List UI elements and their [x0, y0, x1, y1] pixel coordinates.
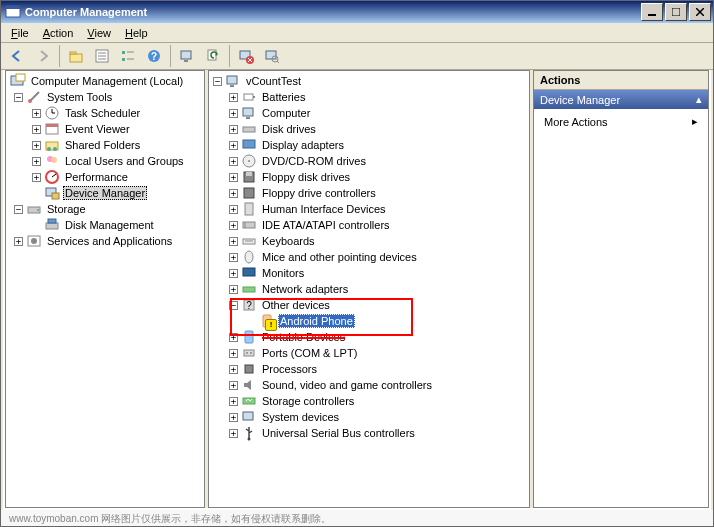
details-button[interactable]: [90, 44, 114, 68]
uninstall-button[interactable]: [234, 44, 258, 68]
expand-icon[interactable]: +: [229, 125, 238, 134]
collapse-icon[interactable]: −: [213, 77, 222, 86]
svg-rect-80: [243, 398, 255, 404]
expand-icon[interactable]: +: [14, 237, 23, 246]
device-node-ports[interactable]: +Ports (COM & LPT): [209, 345, 529, 361]
expand-icon[interactable]: +: [229, 205, 238, 214]
device-node-usb[interactable]: +Universal Serial Bus controllers: [209, 425, 529, 441]
device-node-monitors[interactable]: +Monitors: [209, 265, 529, 281]
expand-icon[interactable]: +: [229, 269, 238, 278]
device-node-storage_ctrl[interactable]: +Storage controllers: [209, 393, 529, 409]
expand-icon[interactable]: +: [229, 109, 238, 118]
node-disk-management[interactable]: Disk Management: [6, 217, 204, 233]
device-node-batteries[interactable]: +Batteries: [209, 89, 529, 105]
menu-help[interactable]: Help: [119, 25, 154, 41]
node-system-tools[interactable]: − System Tools: [6, 89, 204, 105]
expand-icon[interactable]: +: [229, 93, 238, 102]
expand-icon[interactable]: +: [229, 285, 238, 294]
more-actions[interactable]: More Actions ▸: [534, 109, 708, 134]
expand-icon[interactable]: +: [32, 173, 41, 182]
expand-icon[interactable]: +: [229, 381, 238, 390]
node-event-viewer[interactable]: + Event Viewer: [6, 121, 204, 137]
expand-icon[interactable]: +: [229, 173, 238, 182]
node-computer-management[interactable]: Computer Management (Local): [6, 73, 204, 89]
node-performance[interactable]: + Performance: [6, 169, 204, 185]
node-task-scheduler[interactable]: + Task Scheduler: [6, 105, 204, 121]
collapse-icon[interactable]: −: [14, 93, 23, 102]
title-bar: Computer Management: [1, 1, 713, 23]
device-node-floppy_disk[interactable]: +Floppy disk drives: [209, 169, 529, 185]
device-node-floppy_ctrl[interactable]: +Floppy drive controllers: [209, 185, 529, 201]
device-node-processors[interactable]: +Processors: [209, 361, 529, 377]
node-label: IDE ATA/ATAPI controllers: [260, 218, 392, 232]
expand-icon[interactable]: +: [229, 365, 238, 374]
maximize-button[interactable]: [665, 3, 687, 21]
device-node-disk_drives[interactable]: +Disk drives: [209, 121, 529, 137]
refresh-button[interactable]: [201, 44, 225, 68]
node-device-manager[interactable]: Device Manager: [6, 185, 204, 201]
expand-icon[interactable]: +: [229, 141, 238, 150]
device-node-ide[interactable]: +IDE ATA/ATAPI controllers: [209, 217, 529, 233]
device-node-other[interactable]: −?Other devices: [209, 297, 529, 313]
device-node-computer[interactable]: +Computer: [209, 105, 529, 121]
svg-point-40: [51, 157, 57, 163]
collapse-icon[interactable]: −: [229, 301, 238, 310]
device-node-android[interactable]: Android Phone: [209, 313, 529, 329]
node-label: Floppy disk drives: [260, 170, 352, 184]
expand-icon[interactable]: +: [229, 221, 238, 230]
svg-rect-7: [70, 52, 76, 54]
node-services-apps[interactable]: + Services and Applications: [6, 233, 204, 249]
tools-icon: [26, 89, 42, 105]
expand-icon[interactable]: +: [229, 413, 238, 422]
device-node-keyboards[interactable]: +Keyboards: [209, 233, 529, 249]
device-node-sound[interactable]: +Sound, video and game controllers: [209, 377, 529, 393]
expand-icon[interactable]: +: [32, 109, 41, 118]
device-node-hid[interactable]: +Human Interface Devices: [209, 201, 529, 217]
close-button[interactable]: [689, 3, 711, 21]
forward-button[interactable]: [31, 44, 55, 68]
node-storage[interactable]: − Storage: [6, 201, 204, 217]
menu-bar: File Action View Help: [1, 23, 713, 42]
processors-icon: [241, 361, 257, 377]
up-button[interactable]: [64, 44, 88, 68]
computer-icon[interactable]: [175, 44, 199, 68]
device-node-portable[interactable]: +Portable Devices: [209, 329, 529, 345]
back-button[interactable]: [5, 44, 29, 68]
menu-view[interactable]: View: [81, 25, 117, 41]
device-manager-icon: [44, 185, 60, 201]
device-node-network[interactable]: +Network adapters: [209, 281, 529, 297]
list-button[interactable]: [116, 44, 140, 68]
computer-mgmt-icon: [10, 73, 26, 89]
help-button[interactable]: ?: [142, 44, 166, 68]
device-node-system[interactable]: +System devices: [209, 409, 529, 425]
expand-icon[interactable]: +: [229, 349, 238, 358]
expand-icon[interactable]: +: [229, 157, 238, 166]
node-label: Event Viewer: [63, 122, 132, 136]
expand-icon[interactable]: +: [32, 157, 41, 166]
expand-icon[interactable]: +: [229, 333, 238, 342]
usb-icon: [241, 425, 257, 441]
node-label: Task Scheduler: [63, 106, 142, 120]
device-node-dvd[interactable]: +DVD/CD-ROM drives: [209, 153, 529, 169]
node-label: Keyboards: [260, 234, 317, 248]
sound-icon: [241, 377, 257, 393]
minimize-button[interactable]: [641, 3, 663, 21]
node-shared-folders[interactable]: + Shared Folders: [6, 137, 204, 153]
device-node-mice[interactable]: +Mice and other pointing devices: [209, 249, 529, 265]
expand-icon[interactable]: +: [229, 429, 238, 438]
collapse-icon[interactable]: −: [14, 205, 23, 214]
device-node-display[interactable]: +Display adapters: [209, 137, 529, 153]
menu-file[interactable]: File: [5, 25, 35, 41]
expand-icon[interactable]: +: [229, 189, 238, 198]
expand-icon[interactable]: +: [229, 237, 238, 246]
actions-section[interactable]: Device Manager ▴: [534, 90, 708, 109]
node-local-users[interactable]: + Local Users and Groups: [6, 153, 204, 169]
expand-icon[interactable]: +: [229, 253, 238, 262]
expand-icon[interactable]: +: [229, 397, 238, 406]
expand-icon[interactable]: +: [32, 141, 41, 150]
scan-button[interactable]: [260, 44, 284, 68]
device-root[interactable]: −vCountTest: [209, 73, 529, 89]
expand-icon[interactable]: +: [32, 125, 41, 134]
event-icon: [44, 121, 60, 137]
menu-action[interactable]: Action: [37, 25, 80, 41]
